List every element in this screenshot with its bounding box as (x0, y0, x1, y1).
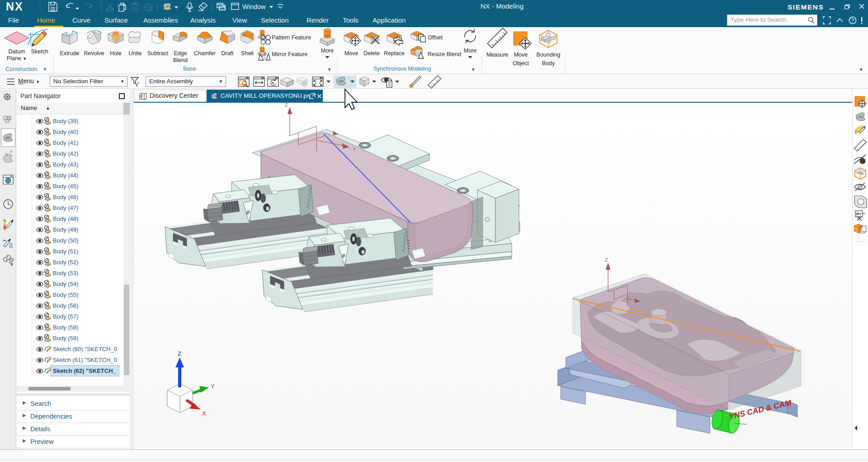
svg-text:Bounding: Bounding (537, 52, 561, 58)
svg-text:Shell: Shell (241, 50, 254, 57)
svg-text:Edge: Edge (174, 50, 187, 57)
svg-text:Object: Object (513, 60, 529, 67)
svg-text:P=: P= (856, 212, 861, 216)
svg-text:Chamfer: Chamfer (194, 50, 216, 57)
svg-text:Move: Move (514, 52, 528, 58)
svg-text:More: More (464, 48, 477, 54)
svg-text:Hole: Hole (110, 50, 122, 57)
svg-text:Z: Z (285, 103, 288, 108)
svg-text:Mirror Feature: Mirror Feature (272, 51, 307, 57)
svg-text:More: More (321, 48, 334, 54)
svg-text:Delete: Delete (363, 50, 380, 57)
svg-text:Pattern Feature: Pattern Feature (272, 34, 311, 41)
svg-text:Subtract: Subtract (147, 50, 169, 57)
svg-text:Offset: Offset (428, 34, 443, 41)
svg-text:Z: Z (178, 350, 181, 357)
svg-text:Resize Blend: Resize Blend (428, 51, 461, 57)
svg-text:Z: Z (605, 257, 608, 262)
svg-text:Replace: Replace (384, 50, 405, 57)
svg-text:Blend: Blend (173, 57, 188, 63)
svg-text:Move: Move (344, 50, 359, 57)
svg-text:X: X (202, 410, 206, 417)
svg-text:Extrude: Extrude (60, 50, 79, 57)
svg-text:Revolve: Revolve (84, 50, 104, 57)
svg-text:Y: Y (211, 383, 215, 390)
svg-text:Window: Window (242, 3, 266, 10)
svg-text:Body: Body (542, 60, 555, 67)
svg-text:Draft: Draft (221, 50, 234, 57)
svg-text:Y: Y (353, 147, 356, 152)
svg-text:Unite: Unite (128, 50, 142, 57)
svg-text:Measure: Measure (486, 52, 509, 58)
svg-text:?: ? (851, 18, 854, 23)
